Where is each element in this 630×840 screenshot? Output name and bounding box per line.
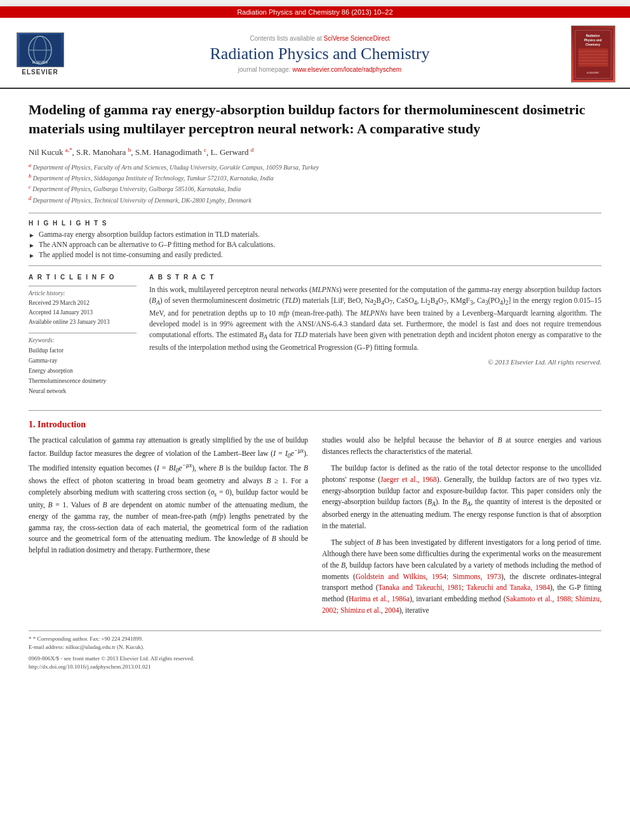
svg-text:Radiation: Radiation xyxy=(586,34,600,37)
highlight-item-1: ► Gamma-ray energy absorption buildup fa… xyxy=(29,230,601,239)
svg-text:Chemistry: Chemistry xyxy=(586,43,601,46)
authors: Nil Kucuk a,*, S.R. Manohara b, S.M. Han… xyxy=(29,147,601,157)
affiliation-c: c Department of Physics, Gulbarga Univer… xyxy=(29,183,601,194)
keyword-5: Neural network xyxy=(29,386,137,396)
abstract-text: In this work, multilayered perceptron ne… xyxy=(149,284,601,353)
keywords-list: Buildup factor Gamma-ray Energy absorpti… xyxy=(29,345,137,397)
main-content: Modeling of gamma ray energy-absorption … xyxy=(0,89,630,683)
intro-right-text: studies would also be helpful because th… xyxy=(322,435,601,617)
page: Radiation Physics and Chemistry 86 (2013… xyxy=(0,6,630,840)
keywords-block: Keywords: Buildup factor Gamma-ray Energ… xyxy=(29,333,137,397)
affiliation-b: b Department of Physics, Siddaganga Inst… xyxy=(29,173,601,183)
keyword-4: Thermoluminescence dosimetry xyxy=(29,376,137,386)
divider-2 xyxy=(29,265,601,266)
article-title: Modeling of gamma ray energy-absorption … xyxy=(29,100,601,138)
journal-homepage-link[interactable]: www.elsevier.com/locate/radphyschem xyxy=(292,66,401,73)
affiliations: a Department of Physics, Faculty of Arts… xyxy=(29,162,601,205)
introduction-heading: 1. Introduction xyxy=(29,420,601,430)
footnote-section: * * Corresponding author. Fax: +90 224 2… xyxy=(29,630,601,672)
info-abstract-section: A R T I C L E I N F O Article history: R… xyxy=(29,274,601,401)
divider-3 xyxy=(29,410,601,411)
intro-right-col: studies would also be helpful because th… xyxy=(322,435,601,622)
svg-text:ELSEVIER: ELSEVIER xyxy=(32,60,48,64)
highlight-item-3: ► The applied model is not time-consumin… xyxy=(29,251,601,259)
copyright-text: © 2013 Elsevier Ltd. All rights reserved… xyxy=(149,358,601,366)
highlight-arrow-2: ► xyxy=(29,242,35,249)
highlight-arrow-3: ► xyxy=(29,252,35,259)
introduction-body: The practical calculation of gamma ray a… xyxy=(29,435,601,622)
highlights-label: H I G H L I G H T S xyxy=(29,220,601,227)
sciverse-link-text: Contents lists available at SciVerse Sci… xyxy=(78,35,561,42)
svg-text:Physics and: Physics and xyxy=(584,38,602,41)
journal-cover-image: Radiation Physics and Chemistry ELSEVIER xyxy=(571,25,615,83)
article-info-column: A R T I C L E I N F O Article history: R… xyxy=(29,274,137,401)
article-history-block: Article history: Received 29 March 2012 … xyxy=(29,286,137,328)
article-info-label: A R T I C L E I N F O xyxy=(29,274,137,281)
divider-1 xyxy=(29,213,601,213)
svg-text:ELSEVIER: ELSEVIER xyxy=(587,72,599,74)
elsevier-logo-image: ELSEVIER xyxy=(17,32,64,67)
journal-citation-text: Radiation Physics and Chemistry 86 (2013… xyxy=(237,8,392,16)
highlight-arrow-1: ► xyxy=(29,232,35,239)
intro-left-col: The practical calculation of gamma ray a… xyxy=(29,435,308,622)
journal-cover: Radiation Physics and Chemistry ELSEVIER xyxy=(571,25,619,83)
intro-left-text: The practical calculation of gamma ray a… xyxy=(29,435,308,556)
keyword-2: Gamma-ray xyxy=(29,356,137,366)
footnote-doi: http://dx.doi.org/10.1016/j.radphyschem.… xyxy=(29,663,601,672)
affiliation-d: d Department of Physics, Technical Unive… xyxy=(29,195,601,205)
highlight-item-2: ► The ANN approach can be alternative to… xyxy=(29,241,601,249)
keyword-3: Energy absorption xyxy=(29,366,137,376)
journal-citation-bar: Radiation Physics and Chemistry 86 (2013… xyxy=(0,6,630,18)
affiliation-a: a Department of Physics, Faculty of Arts… xyxy=(29,162,601,172)
history-label: Article history: xyxy=(29,290,137,297)
keywords-label: Keywords: xyxy=(29,337,137,343)
footnote-email: E-mail address: nilkuc@uludag.edu.tr (N.… xyxy=(29,643,601,652)
journal-header: ELSEVIER ELSEVIER Contents lists availab… xyxy=(0,18,630,89)
footnote-issn: 0969-806X/$ - see front matter © 2013 El… xyxy=(29,655,601,663)
journal-header-center: Contents lists available at SciVerse Sci… xyxy=(69,35,571,73)
journal-title: Radiation Physics and Chemistry xyxy=(78,44,561,63)
elsevier-logo: ELSEVIER ELSEVIER xyxy=(11,32,69,76)
elsevier-label: ELSEVIER xyxy=(22,69,58,76)
abstract-column: A B S T R A C T In this work, multilayer… xyxy=(149,274,601,401)
abstract-label: A B S T R A C T xyxy=(149,274,601,281)
received-date: Received 29 March 2012 Accepted 14 Janua… xyxy=(29,298,137,328)
footnote-corresponding: * * Corresponding author. Fax: +90 224 2… xyxy=(29,635,601,644)
keyword-1: Buildup factor xyxy=(29,345,137,356)
journal-homepage: journal homepage: www.elsevier.com/locat… xyxy=(78,66,561,73)
sciverse-link[interactable]: SciVerse ScienceDirect xyxy=(324,35,390,42)
highlights-section: H I G H L I G H T S ► Gamma-ray energy a… xyxy=(29,220,601,259)
